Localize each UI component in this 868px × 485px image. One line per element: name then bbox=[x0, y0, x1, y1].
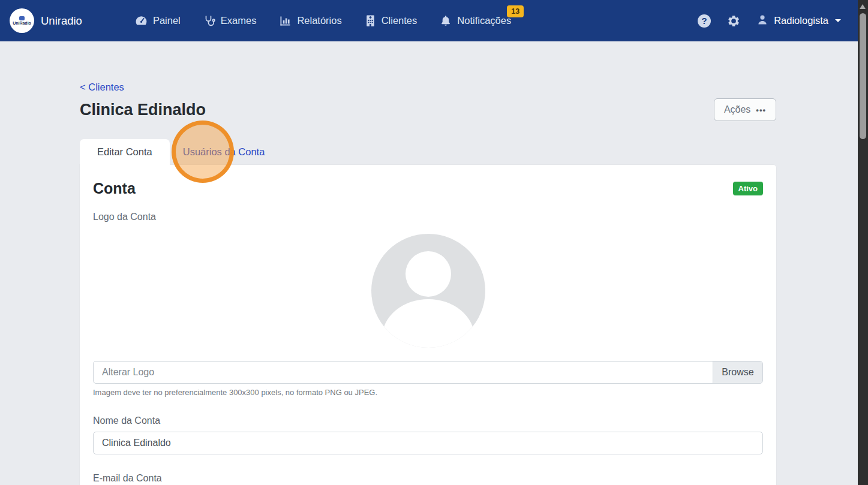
account-logo-placeholder bbox=[371, 234, 485, 348]
nav-label: Exames bbox=[221, 15, 257, 26]
nav-label: Relatórios bbox=[297, 15, 341, 26]
brand-name: Uniradio bbox=[41, 14, 82, 28]
nav-item-painel[interactable]: Painel bbox=[135, 14, 181, 27]
logo-helper-text: Imagem deve ter no preferencialmente 300… bbox=[93, 388, 763, 397]
scroll-up-arrow-icon[interactable] bbox=[860, 4, 866, 9]
actions-button[interactable]: Ações ••• bbox=[714, 98, 776, 121]
hospital-icon bbox=[365, 14, 376, 27]
tab-editar-conta[interactable]: Editar Conta bbox=[80, 139, 170, 165]
nav-items: Painel Exames Relatórios Clientes N bbox=[135, 14, 511, 27]
nav-item-notificacoes[interactable]: Notificações 13 bbox=[440, 14, 511, 27]
help-icon[interactable]: ? bbox=[698, 14, 711, 28]
tachometer-icon bbox=[135, 14, 148, 27]
browse-button[interactable]: Browse bbox=[713, 362, 762, 383]
nav-label: Painel bbox=[153, 15, 181, 26]
bell-icon bbox=[440, 14, 452, 27]
field-label: E-mail da Conta bbox=[93, 473, 763, 484]
user-icon bbox=[756, 14, 768, 28]
logo-file-input-group: Browse bbox=[93, 361, 763, 384]
card-title: Conta bbox=[93, 180, 136, 197]
vertical-scrollbar[interactable] bbox=[858, 0, 868, 485]
nav-item-exames[interactable]: Exames bbox=[203, 14, 257, 27]
ellipsis-icon: ••• bbox=[756, 106, 766, 114]
logo-label: Logo da Conta bbox=[93, 212, 763, 222]
brand[interactable]: UniRadio Uniradio bbox=[10, 8, 82, 33]
chevron-down-icon bbox=[835, 19, 841, 22]
scrollbar-thumb[interactable] bbox=[860, 13, 866, 139]
field-email-da-conta: E-mail da Conta bbox=[93, 473, 763, 485]
avatar-body-icon bbox=[382, 299, 474, 348]
alterar-logo-input[interactable] bbox=[94, 362, 713, 383]
user-name: Radiologista bbox=[774, 15, 828, 26]
avatar-head-icon bbox=[406, 251, 451, 297]
field-nome-da-conta: Nome da Conta bbox=[93, 415, 763, 454]
nav-label: Clientes bbox=[382, 15, 418, 26]
top-navbar: UniRadio Uniradio Painel Exames Relatóri… bbox=[0, 0, 868, 41]
tab-bar: Editar Conta Usuários da Conta bbox=[80, 139, 776, 165]
account-card: Conta Ativo Logo da Conta Browse Imagem … bbox=[80, 165, 776, 485]
status-badge: Ativo bbox=[733, 182, 764, 195]
stethoscope-icon bbox=[203, 14, 215, 27]
page-title: Clinica Edinaldo bbox=[80, 101, 206, 119]
nav-label: Notificações 13 bbox=[457, 15, 511, 26]
tab-usuarios-da-conta[interactable]: Usuários da Conta bbox=[170, 139, 278, 165]
nav-item-relatorios[interactable]: Relatórios bbox=[279, 15, 341, 27]
uniradio-logo-icon: UniRadio bbox=[10, 8, 34, 33]
field-label: Nome da Conta bbox=[93, 415, 763, 426]
logo-mark-icon bbox=[19, 16, 25, 20]
notification-count-badge: 13 bbox=[507, 5, 524, 17]
user-menu[interactable]: Radiologista bbox=[756, 14, 841, 28]
breadcrumb-back-link[interactable]: < Clientes bbox=[80, 82, 124, 93]
nav-item-clientes[interactable]: Clientes bbox=[365, 14, 418, 27]
bar-chart-icon bbox=[279, 15, 292, 27]
nav-right: ? Radiologista bbox=[698, 14, 841, 28]
page-content: < Clientes Clinica Edinaldo Ações ••• Ed… bbox=[80, 41, 776, 485]
settings-gear-icon[interactable] bbox=[727, 14, 740, 28]
nome-da-conta-input[interactable] bbox=[93, 432, 763, 454]
